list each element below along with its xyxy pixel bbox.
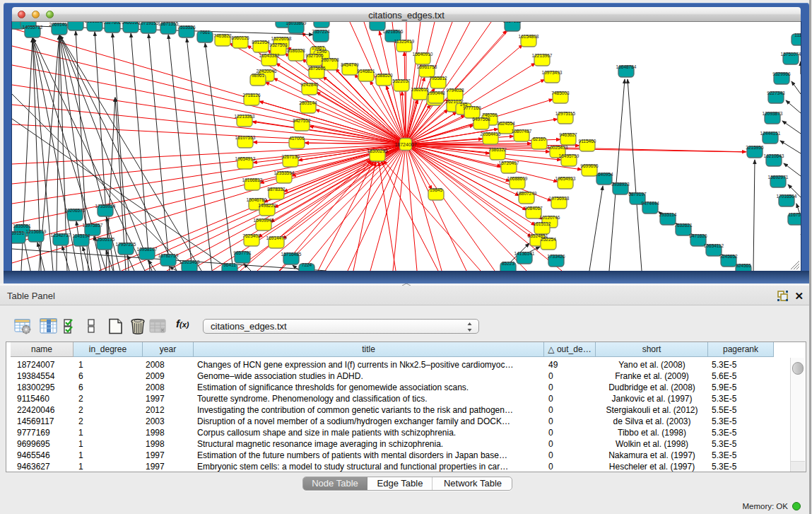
svg-text:15409948: 15409948 [254, 218, 274, 223]
svg-text:7625402: 7625402 [242, 233, 261, 238]
svg-text:19166823: 19166823 [242, 177, 263, 182]
svg-text:12093873: 12093873 [763, 111, 783, 116]
svg-text:1527602: 1527602 [103, 22, 122, 25]
svg-text:8186328: 8186328 [287, 48, 305, 53]
svg-text:1835061: 1835061 [13, 223, 31, 228]
svg-text:20691406: 20691406 [49, 22, 70, 27]
svg-text:19756928: 19756928 [549, 196, 570, 201]
svg-text:16914479: 16914479 [266, 235, 287, 240]
svg-text:1498222: 1498222 [258, 203, 276, 208]
svg-text:8938923: 8938923 [611, 182, 630, 187]
svg-text:15226058: 15226058 [271, 36, 292, 41]
svg-text:12353594: 12353594 [274, 170, 295, 175]
svg-text:8454749: 8454749 [341, 62, 359, 67]
svg-text:18724007: 18724007 [394, 142, 416, 147]
svg-text:9329966: 9329966 [772, 71, 791, 76]
svg-text:10025433: 10025433 [548, 145, 568, 150]
svg-text:12213363: 12213363 [235, 114, 255, 119]
svg-text:9245652: 9245652 [719, 254, 738, 259]
svg-text:7661: 7661 [200, 30, 211, 35]
svg-text:9474444: 9474444 [641, 201, 659, 206]
svg-text:7632621: 7632621 [674, 223, 693, 228]
svg-text:62160: 62160 [533, 136, 546, 141]
svg-text:9242845: 9242845 [300, 82, 319, 87]
svg-text:8471626: 8471626 [689, 233, 707, 238]
svg-text:19218506: 19218506 [383, 29, 404, 34]
svg-text:20364436: 20364436 [481, 132, 501, 136]
svg-text:1145194: 1145194 [73, 233, 90, 238]
svg-text:8813054: 8813054 [368, 22, 387, 23]
svg-text:1640954: 1640954 [595, 172, 613, 177]
svg-text:17016504: 17016504 [777, 194, 797, 199]
svg-text:3267130: 3267130 [281, 154, 300, 159]
svg-text:7386322: 7386322 [488, 147, 507, 152]
svg-text:7224: 7224 [302, 262, 312, 267]
svg-text:16033809: 16033809 [286, 22, 307, 25]
svg-text:15751074: 15751074 [781, 52, 801, 57]
svg-text:10653267: 10653267 [85, 22, 105, 23]
svg-text:7357224: 7357224 [312, 29, 330, 34]
svg-text:19654913: 19654913 [235, 156, 256, 161]
svg-text:16782759: 16782759 [158, 253, 179, 258]
svg-text:19845: 19845 [430, 187, 442, 192]
svg-text:18300295: 18300295 [367, 148, 388, 153]
svg-text:6466160: 6466160 [122, 22, 140, 25]
svg-text:116753: 116753 [788, 212, 801, 217]
svg-text:13975857: 13975857 [83, 223, 103, 228]
svg-text:1615112: 1615112 [534, 221, 551, 226]
svg-text:7515526: 7515526 [177, 25, 196, 30]
svg-text:252254: 252254 [541, 237, 556, 242]
svg-text:12505135: 12505135 [95, 237, 115, 242]
svg-text:9227343: 9227343 [767, 90, 785, 95]
svg-text:7485003: 7485003 [551, 90, 570, 95]
svg-text:12213967: 12213967 [532, 53, 553, 58]
svg-text:85223: 85223 [502, 261, 514, 266]
svg-text:20206576: 20206576 [65, 208, 86, 213]
svg-text:9115460: 9115460 [579, 139, 596, 144]
svg-text:17957225: 17957225 [116, 242, 136, 247]
svg-text:2935114: 2935114 [659, 212, 677, 217]
svg-text:9146821: 9146821 [357, 69, 375, 74]
svg-text:3875685: 3875685 [307, 66, 326, 71]
svg-text:14136141: 14136141 [514, 251, 535, 256]
svg-text:9657791: 9657791 [233, 250, 252, 255]
svg-text:16154808: 16154808 [519, 34, 539, 39]
svg-text:2718126: 2718126 [242, 93, 261, 98]
svg-text:9084067: 9084067 [524, 206, 543, 211]
svg-text:98961: 98961 [252, 73, 264, 78]
svg-text:39151: 39151 [12, 230, 24, 235]
svg-text:10654112: 10654112 [704, 243, 724, 248]
svg-text:9463627: 9463627 [559, 132, 577, 137]
svg-text:1362615: 1362615 [411, 87, 429, 92]
svg-text:15046786: 15046786 [247, 197, 267, 202]
svg-text:96411: 96411 [223, 262, 236, 267]
svg-text:924565: 924565 [736, 263, 751, 268]
svg-text:9794028: 9794028 [446, 88, 464, 93]
svg-text:2087682: 2087682 [503, 22, 522, 23]
svg-text:15716485: 15716485 [281, 252, 302, 257]
svg-text:1588520: 1588520 [375, 73, 393, 78]
svg-text:7463822: 7463822 [213, 33, 232, 38]
svg-text:15720407: 15720407 [499, 160, 519, 165]
svg-text:8960125: 8960125 [231, 35, 249, 40]
svg-text:10688609: 10688609 [507, 176, 528, 181]
svg-text:2867608: 2867608 [321, 57, 339, 62]
svg-text:2803144: 2803144 [299, 100, 317, 105]
svg-text:3215955: 3215955 [746, 145, 764, 150]
svg-text:12156819: 12156819 [26, 229, 47, 234]
svg-text:1990448: 1990448 [427, 90, 445, 95]
svg-text:12342737: 12342737 [51, 233, 71, 238]
svg-text:8912954: 8912954 [252, 40, 270, 45]
svg-text:9699695: 9699695 [580, 163, 599, 168]
svg-text:16543382: 16543382 [259, 53, 280, 58]
svg-text:11325419: 11325419 [394, 39, 415, 44]
svg-text:10120746: 10120746 [540, 215, 560, 220]
svg-text:6879197: 6879197 [628, 192, 647, 197]
svg-text:18935: 18935 [69, 22, 82, 23]
svg-text:12444151: 12444151 [760, 131, 781, 136]
svg-text:15640910: 15640910 [413, 52, 433, 57]
svg-text:19654923: 19654923 [555, 176, 576, 181]
svg-text:16107553: 16107553 [235, 135, 256, 140]
svg-text:417006: 417006 [289, 136, 305, 141]
svg-text:1112: 1112 [794, 33, 801, 37]
